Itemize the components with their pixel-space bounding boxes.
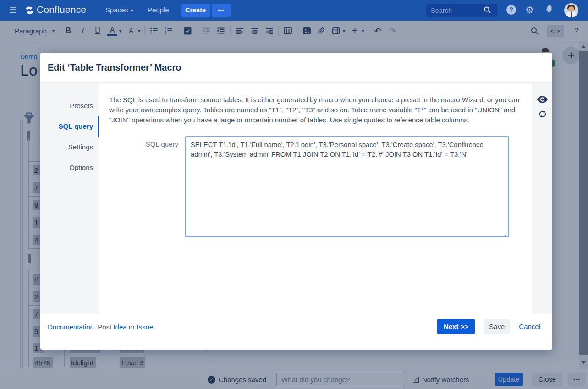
refresh-icon[interactable]: [532, 107, 553, 121]
user-avatar[interactable]: [564, 3, 578, 17]
edit-macro-dialog: Edit ‘Table Transformer’ Macro Presets S…: [40, 53, 552, 350]
tab-settings[interactable]: Settings: [40, 137, 99, 157]
nav-people[interactable]: People: [148, 6, 169, 14]
dialog-sidebar: Presets SQL query Settings Options: [40, 83, 99, 314]
tab-sql-query[interactable]: SQL query: [40, 116, 99, 137]
documentation-link[interactable]: Documentation: [48, 323, 94, 331]
help-icon[interactable]: ?: [506, 5, 516, 15]
top-navbar: ☰ Confluence Spaces▾ People Create ••• ?…: [0, 0, 588, 21]
tab-presets[interactable]: Presets: [40, 95, 99, 116]
bell-icon[interactable]: [544, 4, 555, 16]
tab-options[interactable]: Options: [40, 157, 99, 178]
dialog-body: The SQL is used to transform source tabl…: [99, 83, 532, 314]
brand-title[interactable]: Confluence: [37, 4, 86, 15]
chevron-down-icon: ▾: [131, 8, 133, 13]
preview-eye-icon[interactable]: [532, 92, 553, 107]
footer-buttons: Next >> Save Cancel: [437, 319, 540, 334]
footer-text: or: [127, 323, 137, 331]
save-button[interactable]: Save: [484, 319, 510, 334]
dialog-title: Edit ‘Table Transformer’ Macro: [48, 62, 181, 73]
hamburger-icon[interactable]: ☰: [9, 5, 16, 15]
dialog-footer: Documentation. Post Idea or Issue. Next …: [40, 314, 552, 350]
sql-query-textarea[interactable]: SELECT T1.'Id', T1.'Full name', T2.'Logi…: [185, 136, 509, 237]
idea-link[interactable]: Idea: [113, 323, 126, 331]
footer-links: Documentation. Post Idea or Issue.: [48, 323, 155, 331]
sql-query-label: SQL query: [109, 136, 185, 237]
confluence-logo-icon[interactable]: [25, 5, 34, 17]
sql-description: The SQL is used to transform source tabl…: [109, 95, 525, 125]
create-button[interactable]: Create: [181, 4, 210, 17]
footer-text: .: [153, 323, 155, 331]
nav-spaces[interactable]: Spaces▾: [105, 6, 133, 14]
nav-more-button[interactable]: •••: [212, 4, 231, 17]
cancel-button[interactable]: Cancel: [519, 323, 540, 330]
dialog-header: Edit ‘Table Transformer’ Macro: [40, 53, 552, 83]
footer-text: . Post: [94, 323, 114, 331]
next-button[interactable]: Next >>: [437, 319, 475, 334]
confluence-app: ☰ Confluence Spaces▾ People Create ••• ?…: [0, 0, 588, 389]
sql-form-row: SQL query SELECT T1.'Id', T1.'Full name'…: [109, 136, 522, 237]
avatar-face: [568, 6, 574, 12]
search-icon[interactable]: [484, 6, 491, 15]
dialog-icon-column: [532, 83, 552, 314]
issue-link[interactable]: Issue: [137, 323, 153, 331]
avatar-tie: [571, 12, 572, 17]
gear-icon[interactable]: ⚙: [525, 5, 534, 15]
